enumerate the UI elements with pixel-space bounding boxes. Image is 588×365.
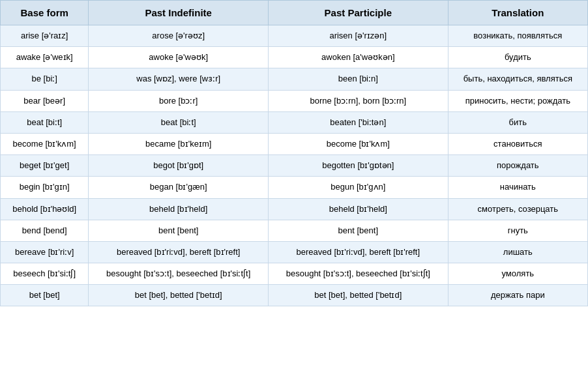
cell-base: behold [bɪ'həʊld] <box>1 198 89 220</box>
cell-translation: держать пари <box>448 285 587 306</box>
cell-past_part: arisen [ə'rɪzən] <box>269 25 448 47</box>
cell-translation: возникать, появляться <box>448 25 587 47</box>
cell-past_indef: bent [bent] <box>89 220 269 241</box>
cell-base: begin [bɪ'gɪn] <box>1 177 89 198</box>
cell-past_part: bet [bet], betted ['betɪd] <box>269 285 448 306</box>
cell-translation: быть, находиться, являться <box>448 68 587 90</box>
table-row: behold [bɪ'həʊld]beheld [bɪ'held]beheld … <box>1 198 588 220</box>
cell-past_part: bent [bent] <box>269 220 448 241</box>
cell-past_indef: bet [bet], betted ['betɪd] <box>89 285 269 306</box>
cell-past_part: besought [bɪ'sɔːt], beseeched [bɪ'siːtʃt… <box>269 263 448 285</box>
header-base-form: Base form <box>1 1 89 25</box>
table-row: be [biː]was [wɒz], were [wɜːr]been [biːn… <box>1 68 588 90</box>
cell-past_part: been [biːn] <box>269 68 448 90</box>
cell-translation: умолять <box>448 263 587 285</box>
cell-past_part: beaten ['biːtən] <box>269 111 448 133</box>
cell-past_indef: bore [bɔːr] <box>89 90 269 111</box>
cell-base: bear [beər] <box>1 90 89 111</box>
cell-translation: лишать <box>448 241 587 263</box>
header-past-participle: Past Participle <box>269 1 448 25</box>
cell-translation: порождать <box>448 155 587 177</box>
irregular-verbs-table: Base form Past Indefinite Past Participl… <box>0 0 588 306</box>
cell-past_part: beheld [bɪ'held] <box>269 198 448 220</box>
cell-past_indef: began [bɪ'gæn] <box>89 177 269 198</box>
cell-past_indef: bereaved [bɪ'riːvd], bereft [bɪ'reft] <box>89 241 269 263</box>
header-translation: Translation <box>448 1 587 25</box>
cell-translation: бить <box>448 111 587 133</box>
cell-base: become [bɪ'kʌm] <box>1 133 89 154</box>
cell-past_indef: was [wɒz], were [wɜːr] <box>89 68 269 90</box>
cell-past_indef: begot [bɪ'gɒt] <box>89 155 269 177</box>
table-row: arise [ə'raɪz]arose [ə'rəʊz]arisen [ə'rɪ… <box>1 25 588 47</box>
cell-past_part: begun [bɪ'gʌn] <box>269 177 448 198</box>
cell-base: bend [bend] <box>1 220 89 241</box>
cell-past_indef: became [bɪ'keɪm] <box>89 133 269 154</box>
cell-past_indef: awoke [ə'wəʊk] <box>89 47 269 68</box>
cell-base: bereave [bɪ'riːv] <box>1 241 89 263</box>
table-row: beat [biːt]beat [biːt]beaten ['biːtən]би… <box>1 111 588 133</box>
table-row: beseech [bɪ'siːtʃ]besought [bɪ'sɔːt], be… <box>1 263 588 285</box>
cell-past_part: begotten [bɪ'gɒtən] <box>269 155 448 177</box>
cell-base: bet [bet] <box>1 285 89 306</box>
cell-translation: становиться <box>448 133 587 154</box>
cell-translation: смотреть, созерцать <box>448 198 587 220</box>
cell-past_indef: beat [biːt] <box>89 111 269 133</box>
cell-past_part: borne [bɔːrn], born [bɔːrn] <box>269 90 448 111</box>
cell-translation: будить <box>448 47 587 68</box>
table-row: beget [bɪ'get]begot [bɪ'gɒt]begotten [bɪ… <box>1 155 588 177</box>
cell-past_part: bereaved [bɪ'riːvd], bereft [bɪ'reft] <box>269 241 448 263</box>
table-row: become [bɪ'kʌm]became [bɪ'keɪm]become [b… <box>1 133 588 154</box>
cell-base: beget [bɪ'get] <box>1 155 89 177</box>
table-row: bear [beər]bore [bɔːr]borne [bɔːrn], bor… <box>1 90 588 111</box>
table-row: bereave [bɪ'riːv]bereaved [bɪ'riːvd], be… <box>1 241 588 263</box>
cell-base: be [biː] <box>1 68 89 90</box>
table-row: awake [ə'weɪk]awoke [ə'wəʊk]awoken [a'wə… <box>1 47 588 68</box>
cell-past_indef: beheld [bɪ'held] <box>89 198 269 220</box>
cell-translation: приносить, нести; рождать <box>448 90 587 111</box>
cell-past_indef: arose [ə'rəʊz] <box>89 25 269 47</box>
cell-base: awake [ə'weɪk] <box>1 47 89 68</box>
cell-past_indef: besought [bɪ'sɔːt], beseeched [bɪ'siːtʃt… <box>89 263 269 285</box>
cell-base: beat [biːt] <box>1 111 89 133</box>
cell-base: arise [ə'raɪz] <box>1 25 89 47</box>
cell-past_part: awoken [a'wəʊkən] <box>269 47 448 68</box>
cell-past_part: become [bɪ'kʌm] <box>269 133 448 154</box>
header-past-indefinite: Past Indefinite <box>89 1 269 25</box>
cell-translation: гнуть <box>448 220 587 241</box>
table-row: begin [bɪ'gɪn]began [bɪ'gæn]begun [bɪ'gʌ… <box>1 177 588 198</box>
table-row: bet [bet]bet [bet], betted ['betɪd]bet [… <box>1 285 588 306</box>
cell-translation: начинать <box>448 177 587 198</box>
cell-base: beseech [bɪ'siːtʃ] <box>1 263 89 285</box>
table-row: bend [bend]bent [bent]bent [bent]гнуть <box>1 220 588 241</box>
